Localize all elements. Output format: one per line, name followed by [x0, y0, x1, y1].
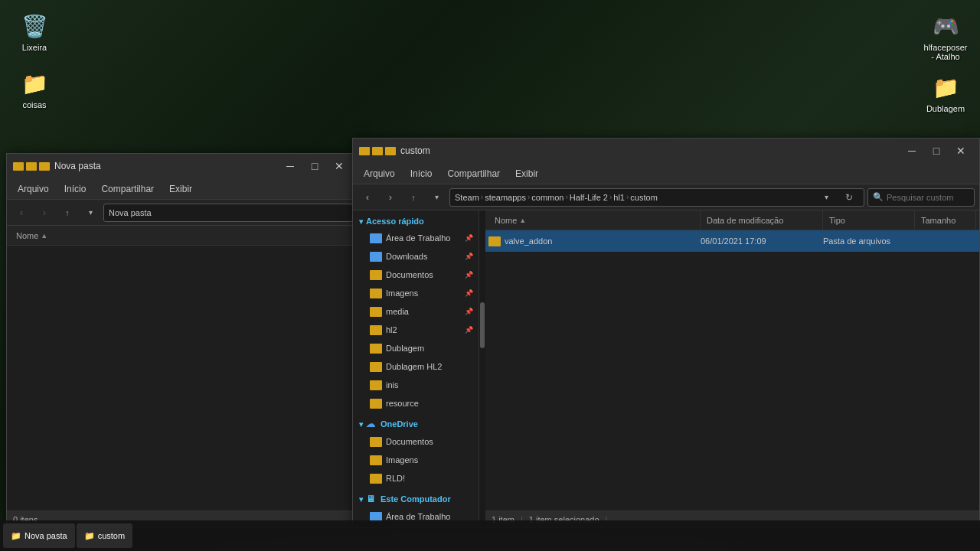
- bread-common[interactable]: common: [531, 193, 564, 202]
- search-box[interactable]: 🔍: [867, 188, 975, 207]
- bread-custom[interactable]: custom: [630, 193, 657, 202]
- menu-arquivo-left[interactable]: Arquivo: [10, 181, 57, 197]
- dropdown-btn-right[interactable]: ▾: [426, 187, 446, 207]
- custom-title-left: custom: [359, 145, 430, 156]
- sidebar-item-onedrive-rld[interactable]: RLD!: [353, 469, 479, 487]
- desktop-icon-lixeira[interactable]: 🗑️ Lixeira: [8, 8, 61, 55]
- menu-inicio-left[interactable]: Início: [57, 181, 94, 197]
- forward-btn-right[interactable]: ›: [381, 187, 400, 207]
- menu-exibir-right[interactable]: Exibir: [508, 165, 546, 182]
- refresh-btn[interactable]: ↻: [839, 188, 859, 207]
- menu-compartilhar-right[interactable]: Compartilhar: [439, 165, 508, 182]
- address-dropdown-btn[interactable]: ▾: [816, 188, 836, 207]
- address-bar-left[interactable]: Nova pasta: [103, 204, 353, 222]
- taskbar-custom-icon: 📁: [84, 531, 95, 541]
- coisas-icon: 📁: [19, 68, 50, 99]
- desktop-icon-hlfaceposer[interactable]: 🎮 hlfaceposer - Atalho: [919, 8, 972, 64]
- menu-exibir-left[interactable]: Exibir: [162, 181, 200, 197]
- bread-steamapps[interactable]: steamapps: [485, 193, 526, 202]
- col-data[interactable]: Data de modificação: [701, 210, 823, 230]
- sidebar-item-hl2[interactable]: hl2 📌: [353, 321, 479, 339]
- nova-pasta-main: Nome ▲ 0 itens: [7, 226, 358, 527]
- dublagem-desktop-icon: 📁: [930, 72, 961, 103]
- sidebar-label-imagens: Imagens: [386, 289, 418, 298]
- desktop-folder-icon: [370, 233, 382, 243]
- sidebar-item-downloads[interactable]: Downloads 📌: [353, 247, 479, 266]
- menu-arquivo-right[interactable]: Arquivo: [356, 165, 403, 182]
- address-bar-right[interactable]: Steam › steamapps › common › Half-Life 2…: [449, 188, 864, 207]
- custom-title-text: custom: [400, 145, 430, 156]
- bread-nova-pasta[interactable]: Nova pasta: [109, 208, 152, 217]
- custom-toolbar: ‹ › ↑ ▾ Steam › steamapps › common › Hal…: [353, 184, 979, 210]
- sidebar-label-dublagem: Dublagem: [386, 344, 424, 353]
- sidebar-label-downloads: Downloads: [386, 252, 427, 261]
- col-data-label: Data de modificação: [707, 216, 783, 225]
- nova-pasta-close[interactable]: ✕: [327, 154, 351, 178]
- computador-header[interactable]: ▾ 🖥 Este Computador: [353, 491, 479, 507]
- pc-icon: 🖥: [366, 494, 375, 504]
- up-btn-right[interactable]: ↑: [403, 187, 423, 207]
- sidebar-label-media: media: [386, 307, 409, 316]
- sidebar-item-dublagem[interactable]: Dublagem: [353, 339, 479, 357]
- sidebar-with-scroll: ▾ Acesso rápido Área de Trabalho 📌 Downl…: [353, 210, 485, 527]
- up-btn-left[interactable]: ↑: [57, 203, 77, 223]
- forward-btn-left[interactable]: ›: [34, 203, 54, 223]
- dublagem-folder-icon: [370, 344, 382, 354]
- back-btn-right[interactable]: ‹: [358, 187, 377, 207]
- left-file-area: [7, 246, 358, 510]
- od-documentos-label: Documentos: [386, 437, 433, 446]
- bread-hl1[interactable]: hl1: [613, 193, 625, 202]
- sidebar-item-onedrive-documentos[interactable]: Documentos: [353, 432, 479, 451]
- search-input[interactable]: [887, 193, 969, 202]
- taskbar: 📁 Nova pasta 📁 custom: [0, 520, 980, 551]
- back-btn-left[interactable]: ‹: [11, 203, 31, 223]
- onedrive-cloud-icon: ☁: [366, 419, 375, 429]
- title-icon-1: [13, 162, 24, 171]
- file-cell-name: valve_addon: [488, 236, 701, 246]
- computador-label: Este Computador: [381, 494, 451, 504]
- sidebar-item-onedrive-imagens[interactable]: Imagens: [353, 451, 479, 469]
- window-nova-pasta: Nova pasta ─ □ ✕ Arquivo Início Comparti…: [6, 153, 358, 528]
- col-nome-left[interactable]: Nome ▲: [10, 231, 54, 240]
- inis-folder-icon: [370, 380, 382, 390]
- sidebar-item-imagens[interactable]: Imagens 📌: [353, 284, 479, 302]
- col-tipo[interactable]: Tipo: [823, 210, 915, 230]
- desktop-icon-dublagem[interactable]: 📁 Dublagem: [919, 69, 972, 116]
- od-rld-label: RLD!: [386, 474, 405, 483]
- bread-steam[interactable]: Steam: [455, 193, 479, 202]
- quick-access-chevron: ▾: [359, 217, 363, 226]
- nova-pasta-maximize[interactable]: □: [302, 154, 327, 178]
- dropdown-btn-left[interactable]: ▾: [80, 203, 100, 223]
- menu-inicio-right[interactable]: Início: [403, 165, 440, 182]
- pin-icon-documentos: 📌: [465, 271, 472, 279]
- lixeira-icon: 🗑️: [19, 11, 50, 41]
- taskbar-btn-custom[interactable]: 📁 custom: [77, 523, 132, 548]
- col-tipo-label: Tipo: [829, 216, 845, 225]
- desktop-icon-coisas[interactable]: 📁 coisas: [8, 65, 61, 112]
- custom-title-icon-3: [385, 147, 396, 155]
- sidebar-item-desktop[interactable]: Área de Trabalho 📌: [353, 229, 479, 247]
- custom-close[interactable]: ✕: [949, 139, 973, 163]
- table-row[interactable]: valve_addon 06/01/2021 17:09 Pasta de ar…: [485, 230, 979, 252]
- nova-pasta-minimize[interactable]: ─: [278, 154, 302, 178]
- onedrive-header[interactable]: ▾ ☁ OneDrive: [353, 416, 479, 432]
- hl2-folder-icon: [370, 325, 382, 335]
- col-nome[interactable]: Nome ▲: [488, 210, 701, 230]
- sidebar-scrollbar[interactable]: [479, 210, 485, 527]
- sidebar-item-inis[interactable]: inis: [353, 376, 479, 394]
- quick-access-header[interactable]: ▾ Acesso rápido: [353, 214, 479, 229]
- sidebar-item-documentos[interactable]: Documentos 📌: [353, 266, 479, 284]
- sidebar-item-media[interactable]: media 📌: [353, 302, 479, 321]
- bread-hl2[interactable]: Half-Life 2: [570, 193, 608, 202]
- col-tamanho-label: Tamanho: [921, 216, 956, 225]
- sidebar-item-resource[interactable]: resource: [353, 394, 479, 412]
- custom-menu: Arquivo Início Compartilhar Exibir: [353, 163, 979, 184]
- custom-body: ▾ Acesso rápido Área de Trabalho 📌 Downl…: [353, 210, 979, 527]
- sidebar-item-dublagem-hl2[interactable]: Dublagem HL2: [353, 357, 479, 376]
- custom-maximize[interactable]: □: [924, 139, 949, 163]
- menu-compartilhar-left[interactable]: Compartilhar: [93, 181, 162, 197]
- dublagem-hl2-folder-icon: [370, 362, 382, 372]
- taskbar-btn-nova-pasta[interactable]: 📁 Nova pasta: [3, 523, 75, 548]
- col-tamanho[interactable]: Tamanho: [915, 210, 976, 230]
- custom-minimize[interactable]: ─: [900, 139, 924, 163]
